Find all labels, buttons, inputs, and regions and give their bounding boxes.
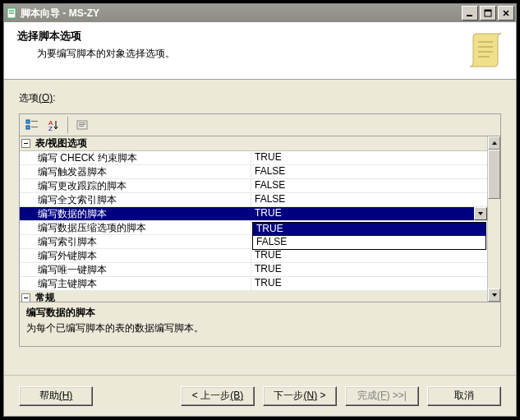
category-label: 表/视图选项 <box>35 136 87 150</box>
category-label: 常规 <box>35 291 55 302</box>
finish-button: 完成(F) >>| <box>345 386 419 406</box>
property-grid: 表/视图选项 编写 CHECK 约束脚本TRUE 编写触发器脚本FALSE 编写… <box>19 136 501 302</box>
description-title: 编写数据的脚本 <box>26 306 494 320</box>
property-name: 编写数据压缩选项的脚本 <box>20 221 251 234</box>
svg-rect-1 <box>9 10 14 11</box>
property-name: 编写索引脚本 <box>20 235 251 248</box>
property-value[interactable]: TRUE <box>251 249 487 262</box>
svg-rect-7 <box>26 120 30 123</box>
property-row[interactable]: 编写全文索引脚本FALSE <box>20 193 487 207</box>
svg-rect-4 <box>467 15 472 16</box>
help-button[interactable]: 帮助(H) <box>19 386 93 406</box>
svg-rect-14 <box>79 122 85 123</box>
property-toolbar: AZ <box>19 113 501 136</box>
options-label: 选项(O): <box>19 91 501 105</box>
property-name: 编写外键脚本 <box>20 249 251 262</box>
category-row[interactable]: 表/视图选项 <box>20 136 487 151</box>
categorized-button[interactable] <box>23 117 41 133</box>
back-button[interactable]: < 上一步(B) <box>181 386 255 406</box>
header-title: 选择脚本选项 <box>17 29 503 44</box>
property-row-selected[interactable]: 编写数据的脚本TRUE <box>20 207 487 221</box>
svg-text:Z: Z <box>48 125 53 132</box>
svg-rect-17 <box>24 143 28 144</box>
svg-rect-3 <box>9 13 14 14</box>
app-icon <box>6 7 17 19</box>
property-value[interactable]: TRUE <box>251 263 487 276</box>
collapse-icon[interactable] <box>21 293 30 302</box>
svg-rect-10 <box>31 127 38 127</box>
scroll-up-button[interactable] <box>488 136 500 150</box>
scroll-down-button[interactable] <box>488 288 500 302</box>
property-value[interactable]: TRUE <box>251 277 487 290</box>
alphabetical-button[interactable]: AZ <box>44 117 62 133</box>
dropdown-button[interactable] <box>474 207 487 220</box>
value-dropdown[interactable]: TRUE FALSE <box>252 222 486 250</box>
property-row[interactable]: 编写 CHECK 约束脚本TRUE <box>20 151 487 165</box>
property-name: 编写唯一键脚本 <box>20 263 251 276</box>
close-button[interactable] <box>498 6 514 21</box>
svg-rect-2 <box>9 12 14 12</box>
property-name: 编写触发器脚本 <box>20 165 251 178</box>
svg-rect-18 <box>24 298 28 298</box>
category-row[interactable]: 常规 <box>20 291 487 302</box>
property-row[interactable]: 编写触发器脚本FALSE <box>20 165 487 179</box>
property-pages-button[interactable] <box>73 117 91 133</box>
property-row[interactable]: 编写更改跟踪的脚本FALSE <box>20 179 487 193</box>
header-subtitle: 为要编写脚本的对象选择选项。 <box>37 47 503 61</box>
scroll-thumb[interactable] <box>488 150 500 199</box>
dropdown-option[interactable]: FALSE <box>253 236 485 249</box>
property-value[interactable]: FALSE <box>251 179 487 192</box>
property-value[interactable]: FALSE <box>251 165 487 178</box>
svg-rect-9 <box>31 121 38 122</box>
window-title: 脚本向导 - MS-ZY <box>21 7 460 21</box>
property-name: 编写全文索引脚本 <box>20 193 251 206</box>
property-row[interactable]: 编写主键脚本TRUE <box>20 277 487 291</box>
property-value[interactable]: TRUE <box>251 151 487 164</box>
vertical-scrollbar[interactable] <box>487 136 500 302</box>
property-row[interactable]: 编写唯一键脚本TRUE <box>20 263 487 277</box>
dropdown-option[interactable]: TRUE <box>253 223 485 236</box>
property-row[interactable]: 编写外键脚本TRUE <box>20 249 487 263</box>
maximize-button[interactable] <box>480 6 496 21</box>
cancel-button[interactable]: 取消 <box>427 386 501 406</box>
wizard-footer: 帮助(H) < 上一步(B) 下一步(N) > 完成(F) >>| 取消 <box>4 375 516 416</box>
property-name: 编写 CHECK 约束脚本 <box>20 151 251 164</box>
description-body: 为每个已编写脚本的表的数据编写脚本。 <box>26 321 494 335</box>
script-banner-icon <box>468 30 508 70</box>
wizard-header: 选择脚本选项 为要编写脚本的对象选择选项。 <box>4 22 516 80</box>
property-value[interactable]: TRUE <box>251 207 487 220</box>
collapse-icon[interactable] <box>21 139 30 148</box>
next-button[interactable]: 下一步(N) > <box>263 386 337 406</box>
property-name: 编写主键脚本 <box>20 277 251 290</box>
svg-rect-16 <box>79 126 84 127</box>
svg-rect-15 <box>79 124 85 125</box>
property-value[interactable]: FALSE <box>251 193 487 206</box>
minimize-button[interactable] <box>462 6 478 21</box>
svg-rect-8 <box>26 126 30 129</box>
property-name: 编写更改跟踪的脚本 <box>20 179 251 192</box>
svg-rect-6 <box>485 10 491 12</box>
property-name: 编写数据的脚本 <box>20 207 251 220</box>
title-bar: 脚本向导 - MS-ZY <box>4 4 516 22</box>
description-panel: 编写数据的脚本 为每个已编写脚本的表的数据编写脚本。 <box>19 302 501 347</box>
